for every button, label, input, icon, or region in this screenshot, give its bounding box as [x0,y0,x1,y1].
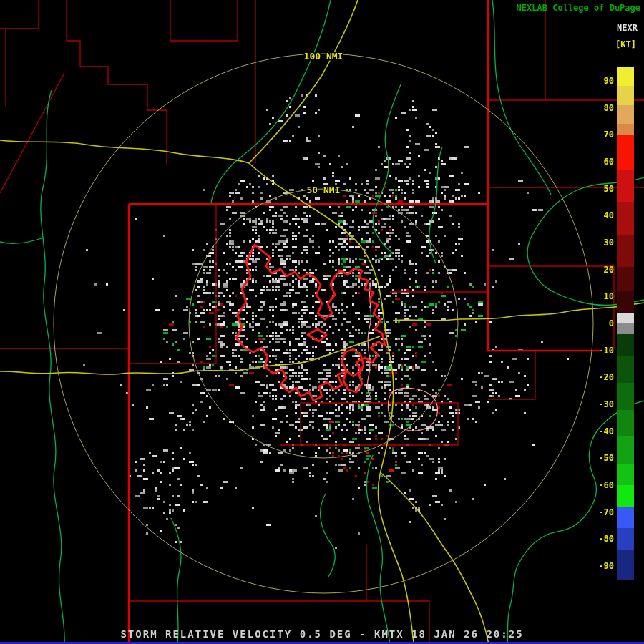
colorbar-segment [617,528,634,550]
colorbar-title: NEXR [617,23,644,33]
colorbar-segment [617,436,634,464]
colorbar-segment [617,105,634,124]
colorbar-tick-label: -10 [585,346,614,356]
ring-label-100nmi: 100 NMI [304,51,343,62]
colorbar-segment [617,291,634,313]
county-lines [0,0,644,644]
colorbar-tick-label: 20 [585,265,614,275]
radar-map: 100 NMI 50 NMI [0,0,644,644]
colorbar-scale [617,67,634,580]
colorbar-units: [KT] [615,39,636,49]
colorbar-segment [617,410,634,437]
colorbar-tick-label: -50 [585,453,614,463]
colorbar-segment [617,550,634,580]
colorbar-segment [617,334,634,356]
colorbar-segment [617,235,634,267]
colorbar-tick-label: 80 [585,103,614,113]
colorbar-segment [617,313,634,323]
colorbar-segment [617,86,634,104]
colorbar-tick-label: -80 [585,534,614,544]
colorbar-segment [617,507,634,528]
colorbar-tick-label: 10 [585,291,614,301]
lake-outlines [236,245,385,401]
colorbar-segment [617,464,634,485]
colorbar-tick-label: 90 [585,76,614,86]
status-bar: STORM RELATIVE VELOCITY 0.5 DEG - KMTX 1… [0,628,644,640]
colorbar-tick-label: 40 [585,210,614,220]
colorbar-segment [617,67,634,86]
radar-viewport: 100 NMI 50 NMI NEXLAB College of DuPage … [0,0,644,644]
brand-text: NEXLAB College of DuPage [517,3,640,13]
colorbar-tick-labels: 9080706050403020100-10-20-30-40-50-60-70… [585,0,614,644]
colorbar-tick-label: -60 [585,480,614,490]
colorbar-segment [617,323,634,334]
rivers [0,0,644,644]
colorbar-tick-label: 50 [585,184,614,194]
ring-label-50nmi: 50 NMI [307,185,341,195]
colorbar-tick-label: -40 [585,426,614,436]
colorbar-segment [617,202,634,234]
colorbar-segment [617,267,634,291]
colorbar-segment [617,170,634,202]
state-lines [129,0,600,644]
colorbar-tick-label: 0 [585,318,614,328]
colorbar-segment [617,383,634,410]
colorbar-segment [617,485,634,507]
colorbar-tick-label: 60 [585,157,614,167]
colorbar-tick-label: -30 [585,399,614,409]
colorbar-tick-label: -70 [585,507,614,517]
range-rings [54,54,593,593]
colorbar-segment [617,124,634,135]
colorbar-tick-label: -20 [585,372,614,382]
colorbar-tick-label: 70 [585,130,614,140]
highways [0,0,644,644]
colorbar-tick-label: -90 [585,561,614,571]
colorbar-tick-label: 30 [585,238,614,248]
colorbar-segment [617,135,634,170]
colorbar-segment [617,356,634,383]
